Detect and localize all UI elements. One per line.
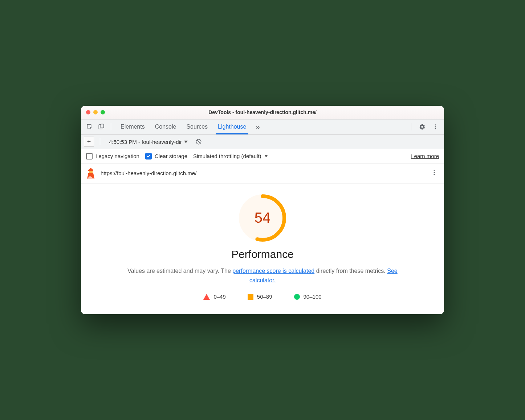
tab-console[interactable]: Console <box>150 119 182 134</box>
performance-title: Performance <box>95 248 430 261</box>
performance-score: 54 <box>239 194 286 242</box>
chevron-down-icon <box>264 155 268 157</box>
minimize-window-button[interactable] <box>93 110 98 114</box>
gear-icon[interactable] <box>417 122 427 132</box>
lighthouse-icon <box>86 168 95 179</box>
performance-description: Values are estimated and may vary. The p… <box>125 266 400 285</box>
report-selector-label: 4:50:53 PM - foul-heavenly-dir <box>109 139 182 145</box>
legend-pass: 90–100 <box>294 294 322 300</box>
zoom-window-button[interactable] <box>101 110 105 114</box>
square-icon <box>248 294 253 300</box>
clear-storage-label: Clear storage <box>155 153 187 159</box>
svg-point-9 <box>434 170 435 171</box>
lighthouse-options: Legacy navigation Clear storage Simulate… <box>81 149 444 163</box>
throttling-label: Simulated throttling (default) <box>193 153 261 159</box>
triangle-icon <box>203 294 210 300</box>
learn-more-link[interactable]: Learn more <box>411 153 439 159</box>
legend-fail: 0–49 <box>203 294 225 300</box>
tab-sources[interactable]: Sources <box>181 119 213 134</box>
divider <box>111 123 111 130</box>
score-calc-link[interactable]: performance score is calculated <box>232 268 314 274</box>
device-toolbar-icon[interactable] <box>96 122 106 132</box>
tab-elements[interactable]: Elements <box>115 119 150 134</box>
checkbox-icon <box>145 153 152 159</box>
checkbox-icon <box>86 153 93 159</box>
kebab-menu-icon[interactable] <box>430 122 440 132</box>
svg-rect-8 <box>89 171 93 173</box>
devtools-window: DevTools - foul-heavenly-direction.glitc… <box>81 106 444 314</box>
traffic-lights <box>86 110 105 114</box>
svg-point-11 <box>434 174 435 175</box>
clear-icon[interactable] <box>194 137 204 147</box>
report-url: https://foul-heavenly-direction.glitch.m… <box>101 170 196 176</box>
tabbar: Elements Console Sources Lighthouse » <box>81 120 444 135</box>
divider <box>100 138 100 145</box>
legacy-navigation-label: Legacy navigation <box>95 153 139 159</box>
legend-average: 50–89 <box>248 294 272 300</box>
svg-point-5 <box>435 128 436 129</box>
chevron-down-icon <box>184 141 188 143</box>
close-window-button[interactable] <box>86 110 90 114</box>
divider <box>411 123 411 130</box>
report-menu-icon[interactable] <box>430 168 439 178</box>
panel-tabs: Elements Console Sources Lighthouse <box>115 119 251 134</box>
report-selector[interactable]: 4:50:53 PM - foul-heavenly-dir <box>106 137 191 147</box>
svg-rect-2 <box>101 124 104 128</box>
clear-storage-checkbox[interactable]: Clear storage <box>145 153 187 159</box>
more-tabs-icon[interactable]: » <box>253 123 262 131</box>
svg-point-3 <box>435 125 436 126</box>
new-report-button[interactable]: + <box>84 137 94 147</box>
inspect-element-icon[interactable] <box>85 122 95 132</box>
svg-point-4 <box>435 126 436 128</box>
svg-line-7 <box>197 140 200 144</box>
performance-gauge: 54 <box>239 194 286 242</box>
throttling-selector[interactable]: Simulated throttling (default) <box>193 153 268 159</box>
lighthouse-toolbar: + 4:50:53 PM - foul-heavenly-dir <box>81 135 444 149</box>
circle-icon <box>294 294 300 300</box>
tab-lighthouse[interactable]: Lighthouse <box>213 119 251 134</box>
lighthouse-report: 54 Performance Values are estimated and … <box>81 183 444 314</box>
titlebar: DevTools - foul-heavenly-direction.glitc… <box>81 106 444 120</box>
svg-point-10 <box>434 172 435 173</box>
report-url-row: https://foul-heavenly-direction.glitch.m… <box>81 163 444 183</box>
legacy-navigation-checkbox[interactable]: Legacy navigation <box>86 153 139 159</box>
score-legend: 0–49 50–89 90–100 <box>95 294 430 300</box>
window-title: DevTools - foul-heavenly-direction.glitc… <box>81 109 444 115</box>
